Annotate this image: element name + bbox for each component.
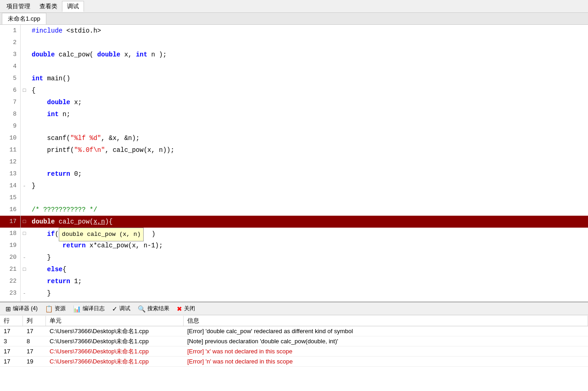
menu-bar: 项目管理 查看类 调试 <box>0 0 588 13</box>
line-num-13: 13 <box>0 168 21 180</box>
error-table: 17 17 C:\Users\73666\Desktop\未命名1.cpp [E… <box>0 326 588 391</box>
code-20[interactable]: } <box>28 251 588 263</box>
code-line-13: 13 return 0; <box>0 168 588 180</box>
code-line-15: 15 <box>0 192 588 204</box>
tab-compiler[interactable]: ⊞ 编译器 (4) <box>2 304 41 313</box>
bottom-tab-bar: ⊞ 编译器 (4) 📋 资源 📊 编译日志 ✓ 调试 🔍 搜索结果 ✖ 关闭 <box>0 302 588 315</box>
error-3-unit: C:\Users\73666\Desktop\未命名1.cpp <box>46 347 184 356</box>
fold-21[interactable]: □ <box>21 263 28 275</box>
tab-search[interactable]: 🔍 搜索结果 <box>134 304 173 313</box>
fold-17[interactable]: □ <box>21 216 28 228</box>
fold-16 <box>21 204 28 216</box>
code-5[interactable]: int main() <box>28 73 588 84</box>
code-22[interactable]: return 1; <box>28 275 588 287</box>
code-6[interactable]: { <box>28 84 588 96</box>
code-line-12: 12 <box>0 156 588 168</box>
line-num-24: 24 <box>0 299 21 302</box>
error-4-row: 17 <box>0 358 23 365</box>
fold-23[interactable]: - <box>21 287 28 299</box>
menu-debug[interactable]: 调试 <box>62 1 84 12</box>
code-15[interactable] <box>28 192 588 204</box>
code-line-17: 17 □ double calc_pow(x,n){ <box>0 216 588 228</box>
code-area[interactable]: 1 #include <stdio.h> 2 3 double calc_pow… <box>0 25 588 302</box>
menu-project[interactable]: 项目管理 <box>2 1 35 11</box>
code-line-10: 10 scanf("%lf %d", &x, &n); <box>0 132 588 144</box>
code-16[interactable]: /* ??????????? */ <box>28 204 588 216</box>
line-num-5: 5 <box>0 73 21 84</box>
line-num-2: 2 <box>0 37 21 49</box>
line-num-21: 21 <box>0 263 21 275</box>
code-21[interactable]: else{ <box>28 263 588 275</box>
error-2-unit: C:\Users\73666\Desktop\未命名1.cpp <box>46 337 184 346</box>
line-num-18: 18 <box>0 228 21 240</box>
debug-tab-icon: ✓ <box>112 305 118 313</box>
error-row-1[interactable]: 17 17 C:\Users\73666\Desktop\未命名1.cpp [E… <box>0 326 588 336</box>
table-headers: 行 列 单元 信息 <box>0 315 588 326</box>
fold-22 <box>21 275 28 287</box>
code-1[interactable]: #include <stdio.h> <box>28 25 588 37</box>
code-line-7: 7 double x; <box>0 96 588 108</box>
fold-4 <box>21 61 28 73</box>
line-num-9: 9 <box>0 120 21 132</box>
code-7[interactable]: double x; <box>28 96 588 108</box>
code-2[interactable] <box>28 37 588 49</box>
close-tab-icon: ✖ <box>177 305 182 313</box>
code-13[interactable]: return 0; <box>28 168 588 180</box>
fold-5 <box>21 73 28 84</box>
code-4[interactable] <box>28 61 588 73</box>
menu-view[interactable]: 查看类 <box>35 1 62 11</box>
error-4-unit: C:\Users\73666\Desktop\未命名1.cpp <box>46 357 184 366</box>
compiler-icon: ⊞ <box>6 305 11 313</box>
code-8[interactable]: int n; <box>28 108 588 120</box>
code-11[interactable]: printf("%.0f\n", calc_pow(x, n)); <box>28 144 588 156</box>
bottom-panel: ⊞ 编译器 (4) 📋 资源 📊 编译日志 ✓ 调试 🔍 搜索结果 ✖ 关闭 行… <box>0 302 588 391</box>
tab-close[interactable]: ✖ 关闭 <box>173 304 199 313</box>
code-line-21: 21 □ else{ <box>0 263 588 275</box>
tab-resources[interactable]: 📋 资源 <box>41 304 69 313</box>
line-num-12: 12 <box>0 156 21 168</box>
fold-14[interactable]: - <box>21 180 28 192</box>
tab-compiler-label: 编译器 (4) <box>13 305 38 313</box>
code-line-5: 5 int main() <box>0 73 588 84</box>
code-line-4: 4 <box>0 61 588 73</box>
code-17[interactable]: double calc_pow(x,n){ <box>28 216 588 228</box>
error-row-3[interactable]: 17 17 C:\Users\73666\Desktop\未命名1.cpp [E… <box>0 346 588 357</box>
code-9[interactable] <box>28 120 588 132</box>
line-num-16: 16 <box>0 204 21 216</box>
error-row-2[interactable]: 3 8 C:\Users\73666\Desktop\未命名1.cpp [Not… <box>0 336 588 346</box>
fold-18[interactable]: □ <box>21 228 28 240</box>
header-unit: 单元 <box>46 316 184 326</box>
file-tab[interactable]: 未命名1.cpp <box>2 13 46 24</box>
code-line-1: 1 #include <stdio.h> <box>0 25 588 37</box>
error-3-row: 17 <box>0 348 23 355</box>
error-4-info: [Error] 'n' was not declared in this sco… <box>184 358 588 365</box>
code-line-2: 2 <box>0 37 588 49</box>
fold-19 <box>21 240 28 251</box>
code-12[interactable] <box>28 156 588 168</box>
fold-24[interactable]: - <box>21 299 28 302</box>
code-3[interactable]: double calc_pow( double x, int n ); <box>28 49 588 61</box>
line-num-19: 19 <box>0 240 21 251</box>
line-num-22: 22 <box>0 275 21 287</box>
fold-6[interactable]: □ <box>21 84 28 96</box>
code-editor[interactable]: 1 #include <stdio.h> 2 3 double calc_pow… <box>0 25 588 302</box>
tab-compile-log[interactable]: 📊 编译日志 <box>69 304 108 313</box>
code-19[interactable]: return x*calc_pow(x, n-1); <box>28 240 588 251</box>
error-row-4[interactable]: 17 19 C:\Users\73666\Desktop\未命名1.cpp [E… <box>0 357 588 367</box>
code-line-6: 6 □ { <box>0 84 588 96</box>
code-24[interactable]: } <box>28 299 588 302</box>
tab-debug[interactable]: ✓ 调试 <box>108 304 134 313</box>
line-num-4: 4 <box>0 61 21 73</box>
line-num-14: 14 <box>0 180 21 192</box>
code-line-23: 23 - } <box>0 287 588 299</box>
code-line-11: 11 printf("%.0f\n", calc_pow(x, n)); <box>0 144 588 156</box>
tab-search-label: 搜索结果 <box>147 305 169 313</box>
code-14[interactable]: } <box>28 180 588 192</box>
code-18[interactable]: if(double calc_pow (x, n) ) <box>28 228 588 240</box>
fold-20[interactable]: - <box>21 251 28 263</box>
header-col: 列 <box>23 316 46 326</box>
code-23[interactable]: } <box>28 287 588 299</box>
code-10[interactable]: scanf("%lf %d", &x, &n); <box>28 132 588 144</box>
fold-13 <box>21 168 28 180</box>
resources-icon: 📋 <box>45 305 53 313</box>
